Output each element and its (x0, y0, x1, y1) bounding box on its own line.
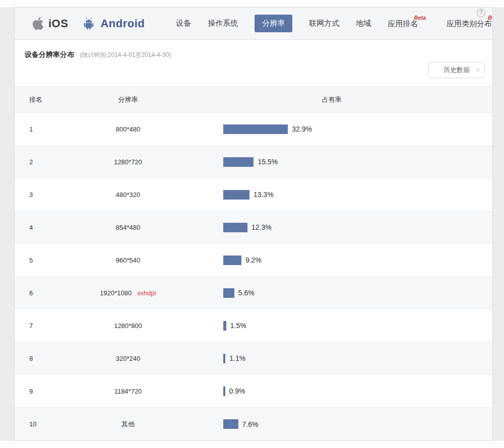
page-title: 设备分辨率分布 (25, 50, 74, 59)
chevron-down-icon: ∨ (476, 67, 480, 73)
nav-item-app-category[interactable]: 应用类别分布Beta (447, 18, 493, 29)
share-cell: 7.6% (186, 419, 492, 429)
rank-cell: 8 (15, 355, 70, 362)
share-cell: 13.3% (186, 190, 492, 200)
share-label: 9.2% (245, 256, 262, 264)
share-cell: 0.9% (186, 387, 492, 396)
share-bar (223, 354, 225, 363)
android-icon (81, 16, 96, 31)
share-bar (223, 321, 226, 331)
share-bar (223, 288, 234, 298)
date-range: (统计时间:2014-4-01至2014-4-30) (80, 51, 171, 59)
resolution-cell: 1280*800 (70, 322, 186, 330)
resolution-tag-xxhdpi: xxhdpi (137, 289, 156, 297)
share-cell: 5.6% (186, 288, 492, 298)
share-bar (223, 124, 288, 134)
resolution-cell: 960*540 (70, 257, 186, 264)
dropdown-value: 历史数据 (444, 66, 470, 75)
nav-item-resolution[interactable]: 分辨率 (255, 15, 292, 32)
resolution-cell: 800*480 (70, 125, 186, 133)
share-label: 0.9% (229, 387, 245, 395)
share-label: 12.3% (251, 223, 272, 231)
share-bar (223, 255, 241, 265)
resolution-cell: 480*320 (70, 191, 186, 199)
help-icon[interactable]: ? (477, 9, 485, 17)
table-row: 5 960*540 9.2% (15, 244, 492, 277)
table-row: 8 320*240 1.1% (15, 342, 492, 375)
header-rank: 排名 (15, 95, 70, 104)
share-cell: 15.5% (186, 157, 492, 167)
platform-label-ios: iOS (48, 17, 68, 30)
beta-badge: Beta (414, 15, 426, 21)
nav-item-network[interactable]: 联网方式 (309, 19, 339, 28)
rank-cell: 3 (15, 191, 70, 199)
share-bar (223, 223, 247, 232)
share-cell: 1.1% (186, 354, 492, 363)
resolution-cell: 1920*1080xxhdpi (70, 289, 186, 297)
nav-item-region[interactable]: 地域 (356, 19, 371, 28)
rank-cell: 7 (15, 322, 70, 330)
page-gutter-left (0, 7, 14, 441)
resolution-cell: 854*480 (70, 224, 186, 231)
table-row: 3 480*320 13.3% (15, 178, 492, 211)
share-label: 1.5% (230, 322, 246, 330)
share-bar (223, 190, 249, 200)
page-gutter-right (493, 7, 504, 441)
resolution-cell: 1280*720 (70, 158, 186, 166)
analytics-panel: iOS (14, 7, 493, 441)
share-cell: 32.9% (186, 124, 492, 134)
top-nav: iOS (15, 8, 492, 40)
nav-item-app-ranking[interactable]: 应用排名Beta (388, 18, 430, 29)
header-resolution: 分辨率 (70, 95, 186, 104)
share-label: 5.6% (238, 289, 255, 297)
share-label: 13.3% (254, 190, 274, 199)
share-bar (223, 157, 254, 167)
nav-item-app-category-label: 应用类别分布 (447, 19, 492, 28)
rank-cell: 4 (15, 224, 70, 231)
share-bar (223, 419, 238, 429)
rank-cell: 10 (15, 420, 70, 428)
beta-badge: Beta (488, 15, 493, 21)
rank-cell: 2 (15, 158, 70, 166)
table-header: 排名 分辨率 占有率 (15, 87, 492, 113)
resolution-value: 1920*1080 (100, 289, 132, 297)
share-label: 15.5% (258, 158, 278, 166)
resolution-cell: 其他 (70, 420, 186, 429)
share-cell: 9.2% (186, 255, 492, 265)
rank-cell: 6 (15, 289, 70, 297)
section-header: 设备分辨率分布 (统计时间:2014-4-01至2014-4-30) 历史数据 … (15, 40, 492, 87)
rank-cell: 5 (15, 257, 70, 264)
resolution-cell: 1184*720 (70, 388, 186, 395)
platform-tab-ios[interactable]: iOS (32, 16, 68, 31)
share-cell: 12.3% (186, 223, 492, 232)
platform-tab-android[interactable]: Android (81, 16, 145, 31)
share-cell: 1.5% (186, 321, 492, 331)
share-bar (223, 387, 225, 396)
rank-cell: 1 (15, 125, 70, 133)
share-label: 1.1% (229, 354, 245, 362)
nav-item-os[interactable]: 操作系统 (208, 19, 238, 28)
header-share: 占有率 (186, 95, 492, 104)
rank-cell: 9 (15, 388, 70, 395)
table-row: 2 1280*720 15.5% (15, 146, 492, 178)
table-row: 9 1184*720 0.9% (15, 375, 492, 408)
share-label: 7.6% (242, 420, 259, 428)
table-row: 4 854*480 12.3% (15, 211, 492, 244)
nav-items: 设备 操作系统 分辨率 联网方式 地域 应用排名Beta 应用类别分布Beta (176, 15, 493, 32)
table-row: 7 1280*800 1.5% (15, 309, 492, 342)
table-body: 1 800*480 32.9% 2 1280*720 15.5% 3 480*3… (15, 113, 492, 440)
share-label: 32.9% (292, 125, 312, 133)
nav-item-devices[interactable]: 设备 (176, 19, 191, 28)
apple-icon (32, 16, 44, 31)
history-data-dropdown[interactable]: 历史数据 ∨ (428, 62, 485, 78)
table-row: 1 800*480 32.9% (15, 113, 492, 146)
table-row: 10 其他 7.6% (15, 408, 492, 440)
table-row: 6 1920*1080xxhdpi 5.6% (15, 277, 492, 309)
platform-label-android: Android (100, 17, 145, 30)
resolution-cell: 320*240 (70, 355, 186, 362)
